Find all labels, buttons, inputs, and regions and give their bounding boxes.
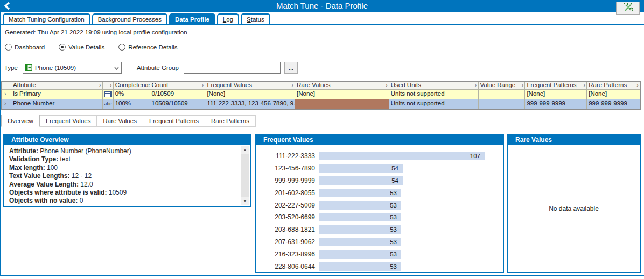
column-header-rare-values[interactable]: Rare Values› (295, 82, 389, 90)
bar-row: 999-999-999954 (260, 175, 501, 187)
view-mode-radios: DashboardValue DetailsReference Details (5, 44, 178, 51)
column-header-frequent-values[interactable]: Frequent Values› (205, 82, 295, 90)
window-left-border (0, 12, 1, 276)
cell-completeness[interactable]: 0% (114, 90, 150, 99)
profile-toolbar: Generated: Thu Apr 21 2022 19:09 using l… (1, 25, 644, 41)
row-selector-icon[interactable]: › (3, 100, 6, 106)
cell-selector[interactable]: › (2, 90, 11, 99)
type-dropdown[interactable]: Phone (10509) (23, 62, 122, 74)
column-header-rare-patterns[interactable]: Rare Patterns› (587, 82, 640, 90)
column-header-frequent-patterns[interactable]: Frequent Patterns› (525, 82, 587, 90)
cell-frequent-values[interactable]: [None] (205, 90, 295, 99)
sort-arrow-icon[interactable]: › (475, 82, 477, 88)
sort-arrow-icon[interactable]: › (584, 82, 586, 88)
sort-arrow-icon[interactable]: › (386, 82, 388, 88)
sort-arrow-icon[interactable]: › (202, 82, 204, 88)
cell-attribute[interactable]: Is Primary (11, 90, 103, 99)
cell-icon[interactable]: abc (103, 99, 114, 109)
cell-rare-values[interactable] (295, 99, 389, 109)
bar-row: 202-227-500953 (260, 199, 501, 211)
abc-text-icon: abc (104, 101, 112, 106)
overview-field: Objects where attribute is valid: 10509 (9, 189, 236, 197)
detail-tab-overview[interactable]: Overview (1, 115, 40, 127)
tab-background-processes[interactable]: Background Processes (92, 13, 167, 24)
cell-count[interactable]: 10509/10509 (150, 99, 206, 109)
bar: 53 (319, 262, 401, 271)
overview-scrollbar[interactable]: ▲ ▼ (241, 146, 249, 205)
radio-dot-icon[interactable] (118, 44, 125, 51)
bar-value-label: 53 (390, 263, 397, 270)
overview-field-label: Objects with no value: (9, 197, 78, 204)
detail-tab-rare-patterns[interactable]: Rare Patterns (205, 115, 256, 127)
sort-arrow-icon[interactable]: › (146, 82, 149, 88)
bar-row: 123-456-789054 (260, 162, 501, 175)
cell-completeness[interactable]: 100% (114, 99, 150, 109)
column-header-used-units[interactable]: Used Units› (389, 82, 479, 90)
column-header-count[interactable]: Count› (150, 82, 206, 90)
sort-arrow-icon[interactable]: › (636, 82, 639, 88)
overview-field: Attribute: Phone Number (PhoneNumber) (9, 147, 236, 155)
sort-arrow-icon[interactable]: › (110, 82, 112, 88)
table-row-phone-number[interactable]: ›Phone Numberabc100%10509/10509111-222-3… (2, 99, 640, 109)
radio-reference-details[interactable]: Reference Details (118, 44, 177, 51)
tab-data-profile[interactable]: Data Profile (169, 13, 215, 24)
detail-tab-frequent-patterns[interactable]: Frequent Patterns (143, 115, 205, 127)
sort-arrow-icon[interactable]: › (99, 82, 101, 88)
radio-label: Value Details (68, 44, 104, 51)
type-label: Type (4, 65, 18, 71)
detail-tab-rare-values[interactable]: Rare Values (96, 115, 143, 127)
cell-attribute[interactable]: Phone Number (11, 99, 103, 109)
browse-button[interactable]: ... (284, 62, 298, 74)
table-header-row: Attribute››Completeness›Count›Frequent V… (2, 82, 640, 90)
attribute-group-input[interactable] (184, 62, 281, 74)
cell-count[interactable]: 0/10509 (150, 90, 206, 99)
cell-value-range[interactable] (479, 99, 526, 109)
column-header-icon[interactable]: › (103, 82, 114, 90)
radio-label: Reference Details (128, 44, 177, 51)
overview-field-value: 12 - 12 (69, 172, 92, 180)
bar: 107 (319, 152, 485, 160)
bar-category-label: 111-222-3333 (260, 152, 319, 160)
cell-rare-patterns[interactable]: [None] (587, 90, 640, 99)
sort-arrow-icon[interactable]: › (291, 82, 293, 88)
bar-category-label: 123-456-7890 (260, 164, 319, 172)
cell-frequent-patterns[interactable]: [None] (525, 90, 587, 99)
tab-match-tuning-configuration[interactable]: Match Tuning Configuration (3, 13, 90, 24)
overview-field-value: text (58, 155, 71, 163)
cell-used-units[interactable]: Units not supported (389, 90, 479, 99)
window-title: Match Tune - Data Profile (0, 1, 644, 10)
tab-status[interactable]: Status (241, 13, 270, 24)
bar-value-label: 53 (390, 190, 397, 196)
column-header-value-range[interactable]: Value Range› (479, 82, 526, 90)
row-selector-icon[interactable]: › (3, 90, 6, 97)
detail-tab-frequent-values[interactable]: Frequent Values (39, 115, 97, 127)
radio-dot-icon[interactable] (5, 44, 12, 51)
scroll-up-icon[interactable]: ▲ (241, 146, 249, 154)
cell-icon[interactable] (103, 90, 114, 99)
sort-arrow-icon[interactable]: › (522, 82, 524, 88)
overview-field-value: Phone Number (PhoneNumber) (38, 147, 131, 155)
attribute-group-label: Attribute Group (137, 65, 179, 71)
radio-dot-icon[interactable] (59, 44, 66, 51)
overview-field: Max length: 100 (9, 164, 236, 172)
table-row-is-primary[interactable]: ›Is Primary0%0/10509[None][None]Units no… (2, 90, 640, 99)
cell-rare-values[interactable]: [None] (295, 90, 389, 99)
column-header-attribute[interactable]: Attribute› (11, 82, 103, 90)
bar-category-label: 202-227-5009 (260, 202, 319, 209)
column-header-completeness[interactable]: Completeness› (114, 82, 150, 90)
cell-frequent-patterns[interactable]: 999-999-9999 (525, 99, 587, 109)
radio-dashboard[interactable]: Dashboard (5, 44, 45, 51)
profile-settings-button[interactable] (616, 2, 640, 15)
overview-field: Objects with no value: 0 (9, 197, 236, 205)
rare-values-panel: Rare Values No data available (507, 134, 641, 273)
cell-used-units[interactable]: Units not supported (389, 99, 479, 109)
scroll-down-icon[interactable]: ▼ (241, 197, 249, 205)
tab-log[interactable]: Log (217, 13, 239, 24)
filter-row: Type Phone (10509) Attribute Group ... (4, 61, 298, 74)
radio-value-details[interactable]: Value Details (59, 44, 104, 51)
cell-selector[interactable]: › (2, 99, 11, 109)
cell-value-range[interactable] (479, 90, 526, 99)
cell-frequent-values[interactable]: 111-222-3333, 123-456-7890, 9… (205, 99, 295, 109)
cell-rare-patterns[interactable]: 999-999-9999 (587, 99, 640, 109)
bar: 53 (319, 189, 401, 197)
